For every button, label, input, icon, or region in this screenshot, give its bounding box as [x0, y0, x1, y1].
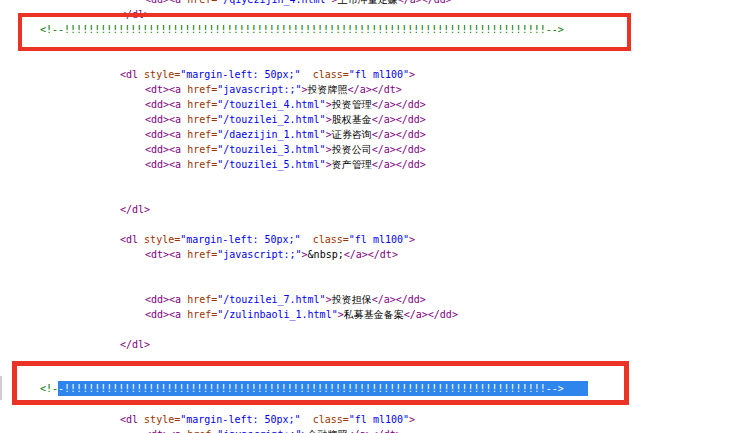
code-segment-tag: </a></dt> — [348, 427, 402, 433]
code-segment-tag: <dt><a — [145, 427, 187, 433]
code-segment-tag: </a></dd> — [404, 307, 458, 322]
code-segment-txt: 投资公司 — [332, 142, 372, 157]
code-segment-attr: style= — [144, 232, 180, 247]
code-segment-attr: href= — [187, 247, 217, 262]
code-line[interactable]: <dd><a href="/touzilei_4.html">投资管理</a><… — [145, 97, 426, 112]
code-segment-txt: 投资管理 — [332, 97, 372, 112]
code-segment-tag: </a></dd> — [372, 97, 426, 112]
code-segment-attr: class= — [301, 412, 349, 427]
code-segment-val: "fl ml100" — [349, 67, 409, 82]
code-segment-tag: > — [409, 412, 415, 427]
code-segment-tag: </a></dd> — [372, 142, 426, 157]
code-segment-tag: <dd><a — [145, 0, 187, 7]
code-line[interactable]: </dl> — [120, 337, 150, 352]
code-segment-tag: <dd><a — [145, 112, 187, 127]
code-segment-val: "/touzilei_4.html" — [217, 97, 325, 112]
code-segment-val: "fl ml100" — [349, 232, 409, 247]
code-segment-val: "javascript:;" — [217, 427, 301, 433]
code-segment-tag: </dl> — [120, 202, 150, 217]
code-segment-tag: <dd><a — [145, 97, 187, 112]
code-segment-txt: 私募基金备案 — [344, 307, 404, 322]
code-segment-tag: </a></dt> — [344, 247, 398, 262]
code-segment-attr: href= — [187, 307, 217, 322]
code-segment-val: "/touzilei_5.html" — [217, 157, 325, 172]
code-segment-attr: href= — [187, 82, 217, 97]
code-line[interactable]: <dl style="margin-left: 50px;" class="fl… — [120, 67, 415, 82]
code-segment-tag: </a></dt> — [348, 82, 402, 97]
code-line[interactable]: <!--!!!!!!!!!!!!!!!!!!!!!!!!!!!!!!!!!!!!… — [40, 381, 588, 396]
code-segment-com: <!- — [40, 381, 58, 396]
code-segment-txt: 股权基金 — [332, 112, 372, 127]
code-segment-tag: <dd><a — [145, 292, 187, 307]
code-segment-val: "margin-left: 50px;" — [180, 67, 300, 82]
code-editor[interactable]: <dd><a href="/qiyezijin_4.html">上市冲量定赚</… — [0, 0, 748, 433]
code-segment-tag: </a></dd> — [372, 292, 426, 307]
code-segment-val: "/daezijin_1.html" — [217, 127, 325, 142]
code-line[interactable]: <dl style="margin-left: 50px;" class="fl… — [120, 412, 415, 427]
code-segment-val: "margin-left: 50px;" — [180, 412, 300, 427]
code-segment-tag: </a></dd> — [398, 0, 452, 7]
code-segment-txt: &nbsp; — [308, 247, 344, 262]
code-segment-attr: href= — [187, 97, 217, 112]
code-segment-val: "/touzilei_2.html" — [217, 112, 325, 127]
code-segment-txt: 资产管理 — [332, 157, 372, 172]
code-line[interactable]: <dd><a href="/zulinbaoli_1.html">私募基金备案<… — [145, 307, 458, 322]
code-segment-tag: <dt><a — [145, 82, 187, 97]
code-segment-attr: style= — [144, 67, 180, 82]
code-segment-val: "/touzilei_3.html" — [217, 142, 325, 157]
code-segment-attr: class= — [301, 67, 349, 82]
code-segment-attr: href= — [187, 157, 217, 172]
code-segment-tag: </dl> — [120, 7, 150, 22]
code-segment-txt: 投资担保 — [332, 292, 372, 307]
code-segment-tag: <dt><a — [145, 247, 187, 262]
code-segment-txt: 证券咨询 — [332, 127, 372, 142]
code-segment-attr: href= — [187, 142, 217, 157]
code-segment-tag: <dd><a — [145, 127, 187, 142]
code-segment-val: "/touzilei_7.html" — [217, 292, 325, 307]
code-line[interactable]: <dd><a href="/touzilei_3.html">投资公司</a><… — [145, 142, 426, 157]
code-segment-tag: <dl — [120, 67, 144, 82]
code-segment-attr: class= — [301, 232, 349, 247]
code-segment-tag: <dd><a — [145, 157, 187, 172]
code-segment-val: "/qiyezijin_4.html" — [217, 0, 331, 7]
code-line[interactable]: <dd><a href="/touzilei_2.html">股权基金</a><… — [145, 112, 426, 127]
code-segment-tag: <dl — [120, 412, 144, 427]
code-segment-tag: </a></dd> — [372, 157, 426, 172]
code-segment-txt: 金融牌照 — [308, 427, 348, 433]
code-segment-attr: style= — [144, 412, 180, 427]
code-line[interactable]: <dt><a href="javascript:;">投资牌照</a></dt> — [145, 82, 402, 97]
left-edge-artifact — [0, 376, 2, 400]
code-line[interactable]: </dl> — [120, 7, 150, 22]
code-segment-val: "javascript:;" — [217, 82, 301, 97]
code-segment-selsp — [564, 381, 588, 396]
code-line[interactable]: <dd><a href="/touzilei_7.html">投资担保</a><… — [145, 292, 426, 307]
code-segment-attr: href= — [187, 427, 217, 433]
code-segment-attr: href= — [187, 292, 217, 307]
code-segment-selcom: -!!!!!!!!!!!!!!!!!!!!!!!!!!!!!!!!!!!!!!!… — [58, 381, 564, 396]
code-segment-val: "fl ml100" — [349, 412, 409, 427]
code-line[interactable]: <dd><a href="/daezijin_1.html">证券咨询</a><… — [145, 127, 426, 142]
code-segment-tag: <dd><a — [145, 307, 187, 322]
code-segment-tag: </a></dd> — [372, 112, 426, 127]
code-line[interactable]: <dl style="margin-left: 50px;" class="fl… — [120, 232, 415, 247]
code-segment-com: <!--!!!!!!!!!!!!!!!!!!!!!!!!!!!!!!!!!!!!… — [40, 22, 564, 37]
code-segment-attr: href= — [187, 127, 217, 142]
code-segment-tag: <dd><a — [145, 142, 187, 157]
code-line[interactable]: <dd><a href="/qiyezijin_4.html">上市冲量定赚</… — [145, 0, 452, 7]
code-line[interactable]: <dd><a href="/touzilei_5.html">资产管理</a><… — [145, 157, 426, 172]
code-segment-tag: </dl> — [120, 337, 150, 352]
code-segment-attr: href= — [187, 0, 217, 7]
code-line[interactable]: </dl> — [120, 202, 150, 217]
code-segment-val: "javascript:;" — [217, 247, 301, 262]
code-segment-attr: href= — [187, 112, 217, 127]
code-line[interactable]: <!--!!!!!!!!!!!!!!!!!!!!!!!!!!!!!!!!!!!!… — [40, 22, 564, 37]
code-segment-tag: </a></dd> — [372, 127, 426, 142]
code-segment-tag: <dl — [120, 232, 144, 247]
code-segment-txt: 投资牌照 — [308, 82, 348, 97]
code-segment-val: "/zulinbaoli_1.html" — [217, 307, 337, 322]
code-segment-txt: 上市冲量定赚 — [338, 0, 398, 7]
code-segment-val: "margin-left: 50px;" — [180, 232, 300, 247]
code-line[interactable]: <dt><a href="javascript:;">&nbsp;</a></d… — [145, 247, 398, 262]
code-line[interactable]: <dt><a href="javascript:;">金融牌照</a></dt> — [145, 427, 402, 433]
code-segment-tag: > — [409, 232, 415, 247]
